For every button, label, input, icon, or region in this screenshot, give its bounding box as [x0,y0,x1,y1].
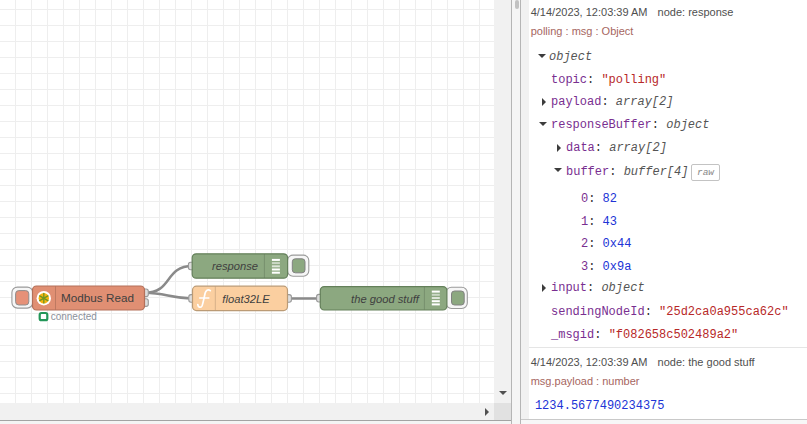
svg-text:Modbus Read: Modbus Read [61,291,134,304]
svg-text:response: response [212,260,258,272]
svg-text:the good stuff: the good stuff [351,293,421,305]
svg-text:float32LE: float32LE [222,293,270,305]
svg-text:connected: connected [51,311,97,322]
